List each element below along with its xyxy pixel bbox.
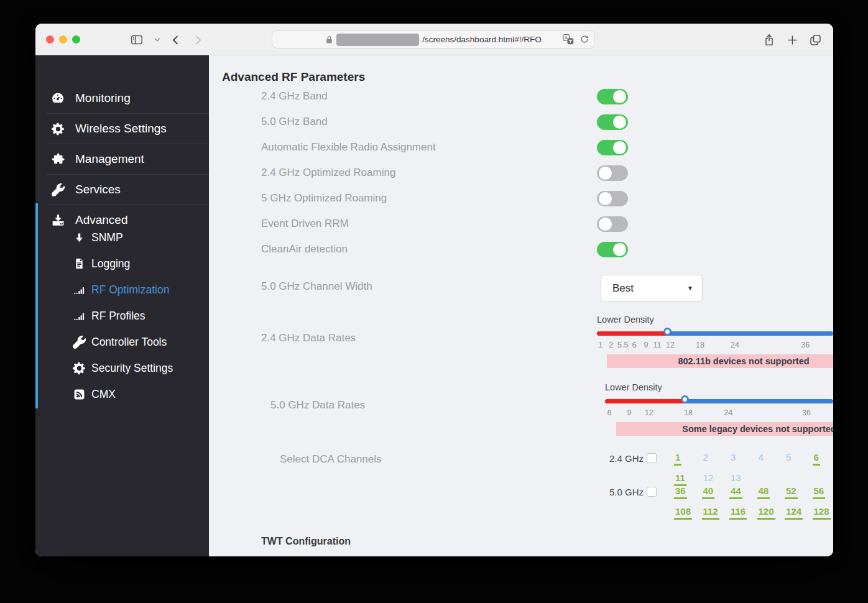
slider-tick-label: 9	[644, 341, 649, 349]
gear-icon	[72, 361, 86, 375]
signal-icon	[72, 309, 86, 323]
slider-track[interactable]	[597, 331, 833, 336]
sidebar-subitem-label: RF Profiles	[91, 310, 145, 323]
share-icon[interactable]	[761, 32, 777, 48]
slider-tick-label: 24	[724, 408, 732, 417]
sidebar-toggle-icon[interactable]	[129, 32, 145, 48]
minimize-window-button[interactable]	[59, 35, 67, 44]
sidebar-subitem-rf-optimization[interactable]: RF Optimization	[35, 277, 209, 303]
sidebar-item-wireless-settings[interactable]: Wireless Settings	[35, 114, 209, 144]
back-button[interactable]	[167, 32, 183, 48]
forward-button[interactable]	[190, 32, 206, 48]
dca-channel-108[interactable]: 108	[674, 506, 692, 520]
sidebar-subitem-security-settings[interactable]: Security Settings	[35, 355, 209, 381]
slider-tick-label: 5.5	[617, 341, 628, 349]
translate-icon[interactable]: A	[562, 34, 575, 45]
slider-track[interactable]	[605, 399, 833, 403]
slider-handle[interactable]	[681, 395, 689, 403]
sidebar-subitem-label: Security Settings	[91, 362, 173, 375]
dca-channel-3[interactable]: 3	[729, 452, 737, 466]
dca-channel-5[interactable]: 5	[785, 452, 792, 466]
toggle-knob	[613, 90, 626, 103]
slider-tick-label: 12	[666, 341, 675, 349]
dca-channel-44[interactable]: 44	[729, 486, 742, 499]
dca-channel-40[interactable]: 40	[702, 486, 715, 499]
main-content: Advanced RF Parameters 2.4 GHz Band5.0 G…	[209, 55, 833, 556]
tab-overview-icon[interactable]	[807, 32, 823, 48]
dca-channel-112[interactable]: 112	[702, 506, 719, 520]
puzzle-icon	[49, 151, 67, 167]
sidebar-subitem-snmp[interactable]: SNMP	[35, 224, 209, 251]
sidebar-subitem-controller-tools[interactable]: Controller Tools	[35, 329, 209, 355]
dca-band-50ghz: 5.0 GHz364044485256108112116120124128	[609, 486, 833, 520]
signal-icon	[72, 283, 86, 297]
dca-channel-6[interactable]: 6	[813, 452, 820, 466]
channel-width-select[interactable]: Best ▼	[601, 275, 703, 302]
sidebar-nav: MonitoringWireless SettingsManagementSer…	[35, 55, 209, 556]
address-bar[interactable]: /screens/dashboard.html#!/RFO A	[272, 30, 595, 48]
new-tab-icon[interactable]	[784, 32, 800, 48]
dca-channel-56[interactable]: 56	[813, 486, 826, 499]
toggle-label: CleanAir detection	[261, 243, 348, 255]
dca-channel-4[interactable]: 4	[757, 452, 765, 466]
sidebar-subitem-label: SNMP	[91, 231, 123, 244]
toggle-switch[interactable]	[597, 140, 628, 155]
data-rates-50-label: 5.0 GHz Data Rates	[270, 399, 365, 412]
traffic-lights	[46, 35, 80, 44]
browser-window: /screens/dashboard.html#!/RFO A	[35, 24, 833, 556]
data-rates-24-label: 2.4 GHz Data Rates	[261, 332, 356, 344]
toggle-switch[interactable]	[597, 114, 628, 130]
toggle-label: Event Driven RRM	[261, 218, 349, 230]
slider-tick-label: 2	[609, 341, 613, 349]
close-window-button[interactable]	[46, 35, 54, 44]
dca-channel-11[interactable]: 11	[674, 472, 686, 486]
zoom-window-button[interactable]	[72, 35, 80, 44]
toggle-knob	[613, 141, 626, 154]
sidebar-item-label: Monitoring	[75, 91, 131, 105]
dca-channel-12[interactable]: 12	[702, 472, 715, 486]
dca-band-checkbox[interactable]	[647, 487, 657, 497]
toggle-knob	[599, 218, 612, 231]
density-label: Lower Density	[605, 382, 833, 392]
toggle-label: Automatic Flexible Radio Assignment	[261, 141, 436, 154]
dca-channel-128[interactable]: 128	[813, 506, 831, 520]
sidebar-subitem-cmx[interactable]: CMX	[35, 381, 209, 407]
dca-channel-120[interactable]: 120	[757, 506, 775, 520]
dca-channel-13[interactable]: 13	[729, 472, 742, 486]
sidebar-item-monitoring[interactable]: Monitoring	[35, 83, 209, 113]
toggle-switch[interactable]	[597, 89, 628, 104]
sidebar-item-services[interactable]: Services	[35, 175, 209, 205]
sidebar-subitem-label: CMX	[91, 388, 116, 401]
density-label: Lower Density	[597, 315, 833, 325]
sidebar-item-management[interactable]: Management	[35, 144, 209, 174]
slider-tick-label: 11	[653, 341, 661, 349]
chevron-down-icon[interactable]	[149, 32, 165, 48]
sidebar-item-label: Services	[75, 183, 121, 196]
sidebar-subitem-label: Controller Tools	[91, 336, 167, 349]
sidebar-subitem-logging[interactable]: Logging	[35, 251, 209, 277]
toggle-switch[interactable]	[597, 165, 628, 181]
toggle-knob	[599, 192, 612, 205]
dca-channel-52[interactable]: 52	[785, 486, 798, 499]
dca-channel-36[interactable]: 36	[674, 486, 687, 499]
sidebar-item-label: Wireless Settings	[75, 122, 167, 136]
dca-channel-48[interactable]: 48	[757, 486, 770, 499]
sidebar-subitem-label: Logging	[91, 257, 130, 270]
dca-band-checkbox[interactable]	[647, 453, 657, 463]
toggle-switch[interactable]	[597, 191, 628, 206]
warning-banner: 802.11b devices not supported	[607, 354, 833, 368]
slider-handle[interactable]	[663, 328, 672, 336]
reload-icon[interactable]	[579, 34, 589, 44]
dca-channel-116[interactable]: 116	[729, 506, 747, 520]
url-path: /screens/dashboard.html#!/RFO	[422, 35, 541, 44]
slider-tick-label: 36	[802, 408, 811, 417]
toggle-switch[interactable]	[597, 216, 628, 232]
toggle-switch[interactable]	[597, 242, 628, 257]
dca-channel-1[interactable]: 1	[674, 452, 681, 466]
toggle-label: 2.4 GHz Band	[261, 90, 328, 103]
dca-band-label: 5.0 GHz	[609, 486, 644, 497]
dca-channel-2[interactable]: 2	[702, 452, 709, 466]
sidebar-subitem-rf-profiles[interactable]: RF Profiles	[35, 303, 209, 329]
dca-channel-124[interactable]: 124	[785, 506, 803, 520]
twt-section-title: TWT Configuration	[261, 536, 351, 547]
